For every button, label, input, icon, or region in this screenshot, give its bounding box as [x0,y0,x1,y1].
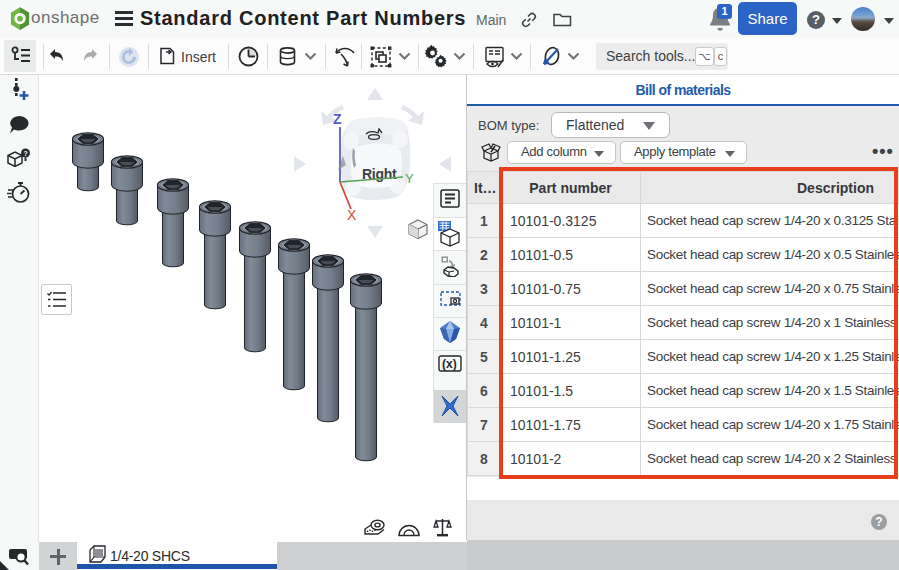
svg-text:X: X [347,207,357,220]
svg-text:Z: Z [333,111,342,127]
svg-text:?: ? [24,150,28,157]
svg-text:Y: Y [405,171,414,186]
svg-text:(x): (x) [442,357,457,371]
